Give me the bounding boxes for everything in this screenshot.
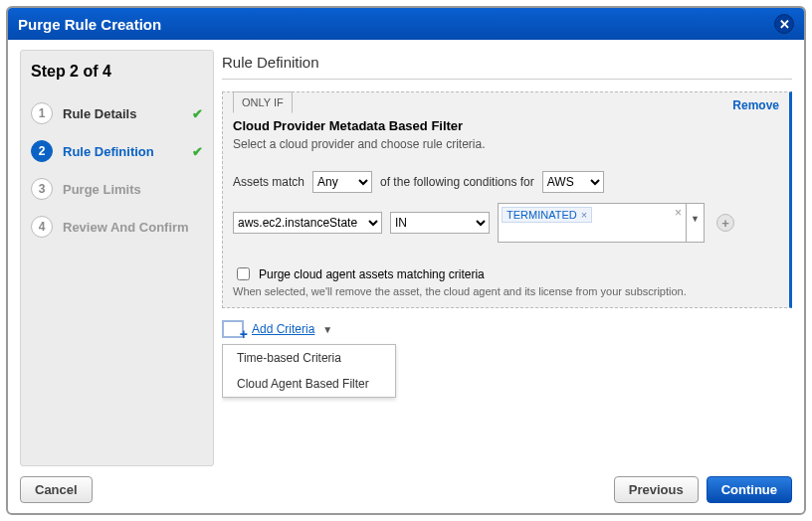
chevron-down-icon: ▼ bbox=[322, 324, 332, 335]
sidebar-step-3[interactable]: 3 Purge Limits bbox=[31, 170, 203, 208]
wizard-sidebar: Step 2 of 4 1 Rule Details ✔ 2 Rule Defi… bbox=[20, 50, 214, 466]
tag-remove-icon[interactable]: × bbox=[581, 209, 587, 221]
dialog-footer: Cancel Previous Continue bbox=[8, 468, 804, 513]
add-criteria-link[interactable]: Add Criteria bbox=[252, 322, 314, 336]
add-condition-icon[interactable]: + bbox=[716, 214, 734, 232]
step-label: Review And Confirm bbox=[63, 220, 189, 235]
value-tag: TERMINATED × bbox=[502, 207, 592, 223]
sidebar-step-title: Step 2 of 4 bbox=[31, 63, 203, 81]
window-title: Purge Rule Creation bbox=[18, 16, 161, 33]
clear-values-icon[interactable]: × bbox=[675, 206, 682, 220]
add-criteria-menu: Time-based Criteria Cloud Agent Based Fi… bbox=[222, 344, 396, 398]
titlebar: Purge Rule Creation ✕ bbox=[8, 8, 804, 40]
add-criteria-row: Add Criteria ▼ bbox=[222, 320, 792, 338]
check-icon: ✔ bbox=[192, 144, 203, 159]
step-circle: 4 bbox=[31, 216, 53, 238]
match-row: Assets match Any of the following condit… bbox=[233, 171, 779, 193]
step-label: Rule Definition bbox=[63, 144, 154, 159]
value-tagbox[interactable]: TERMINATED × × bbox=[498, 203, 687, 243]
close-icon[interactable]: ✕ bbox=[774, 14, 794, 34]
assets-match-label: Assets match bbox=[233, 175, 304, 189]
step-label: Purge Limits bbox=[63, 182, 141, 197]
provider-select[interactable]: AWS bbox=[542, 171, 604, 193]
filter-subtitle: Select a cloud provider and choose rule … bbox=[233, 137, 779, 151]
dialog-window: Purge Rule Creation ✕ Step 2 of 4 1 Rule… bbox=[6, 6, 806, 515]
step-circle: 1 bbox=[31, 102, 53, 124]
filter-title: Cloud Provider Metadata Based Filter bbox=[233, 118, 779, 133]
cancel-button[interactable]: Cancel bbox=[20, 476, 93, 503]
step-label: Rule Details bbox=[63, 106, 136, 121]
step-circle: 2 bbox=[31, 140, 53, 162]
menu-item-cloud-agent-filter[interactable]: Cloud Agent Based Filter bbox=[223, 371, 395, 397]
operator-select[interactable]: IN bbox=[390, 212, 490, 234]
add-criteria-icon bbox=[222, 320, 244, 338]
purge-agent-checkbox[interactable] bbox=[237, 267, 250, 280]
check-icon: ✔ bbox=[192, 106, 203, 121]
sidebar-step-4[interactable]: 4 Review And Confirm bbox=[31, 208, 203, 246]
sidebar-step-2[interactable]: 2 Rule Definition ✔ bbox=[31, 132, 203, 170]
menu-item-time-based[interactable]: Time-based Criteria bbox=[223, 345, 395, 371]
purge-note: When selected, we'll remove the asset, t… bbox=[233, 285, 779, 297]
dialog-body: Step 2 of 4 1 Rule Details ✔ 2 Rule Defi… bbox=[8, 40, 804, 468]
attribute-select[interactable]: aws.ec2.instanceState bbox=[233, 212, 382, 234]
previous-button[interactable]: Previous bbox=[614, 476, 699, 503]
rule-row: aws.ec2.instanceState IN TERMINATED × × bbox=[233, 203, 779, 243]
tag-text: TERMINATED bbox=[507, 209, 577, 221]
criteria-box: ONLY IF Remove Cloud Provider Metadata B… bbox=[222, 91, 792, 308]
continue-button[interactable]: Continue bbox=[707, 476, 792, 503]
conditions-label: of the following conditions for bbox=[380, 175, 534, 189]
remove-link[interactable]: Remove bbox=[732, 98, 779, 112]
purge-checkbox-label: Purge cloud agent assets matching criter… bbox=[259, 267, 485, 281]
main-panel: Rule Definition ONLY IF Remove Cloud Pro… bbox=[222, 50, 792, 466]
values-dropdown-toggle[interactable]: ▼ bbox=[687, 203, 705, 243]
step-circle: 3 bbox=[31, 178, 53, 200]
sidebar-step-1[interactable]: 1 Rule Details ✔ bbox=[31, 94, 203, 132]
match-mode-select[interactable]: Any bbox=[312, 171, 372, 193]
only-if-tab: ONLY IF bbox=[233, 91, 293, 113]
page-title: Rule Definition bbox=[222, 50, 792, 80]
purge-checkbox-row: Purge cloud agent assets matching criter… bbox=[233, 264, 779, 283]
